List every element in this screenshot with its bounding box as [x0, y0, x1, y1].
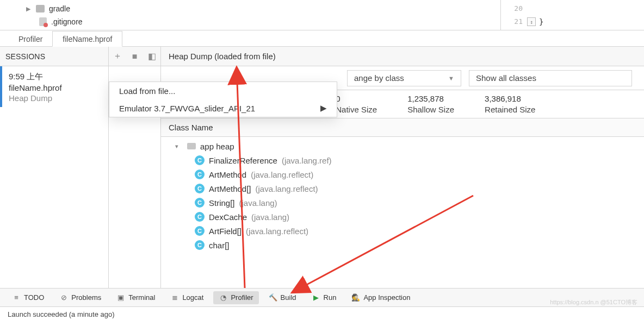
class-badge-icon: C [195, 212, 205, 222]
project-row: ▶ gradle .gitignore 20 21 ↕ } [0, 0, 644, 30]
tool-profiler[interactable]: ◔Profiler [213, 291, 258, 304]
fold-indicator-icon[interactable]: ↕ [527, 17, 536, 26]
stat-retained: 3,386,918 Retained Size [485, 93, 535, 115]
line-number: 20 [501, 2, 523, 15]
class-filter-select[interactable]: Show all classes [469, 70, 632, 86]
class-row[interactable]: CArtMethod(java.lang.reflect) [161, 167, 644, 181]
class-name: DexCache [209, 212, 247, 222]
toggle-panel-button[interactable]: ◧ [146, 51, 158, 62]
tool-label: Terminal [128, 293, 155, 302]
sessions-header: SESSIONS [0, 47, 108, 66]
stat-shallow: 1,235,878 Shallow Size [407, 93, 454, 115]
tool-label: Run [324, 293, 337, 302]
stat-label: Retained Size [485, 104, 535, 115]
tool-logcat[interactable]: ≣Logcat [165, 291, 209, 304]
heap-root-row[interactable]: ▾ app heap [161, 139, 644, 153]
stat-label: Native Size [336, 104, 377, 115]
class-pkg: (java.lang.ref) [282, 156, 332, 165]
session-file: fileName.hprof [9, 83, 102, 92]
tool-label: Problems [71, 293, 101, 302]
code-text: } [539, 17, 543, 26]
folder-icon [36, 5, 45, 12]
class-name: ArtMethod [209, 170, 246, 179]
tool-terminal[interactable]: ▣Terminal [111, 291, 160, 304]
bottom-toolbar: ≡TODO ⊘Problems ▣Terminal ≣Logcat ◔Profi… [0, 288, 644, 306]
class-row[interactable]: CFinalizerReference(java.lang.ref) [161, 153, 644, 167]
tab-filename-hprof[interactable]: fileName.hprof [52, 31, 122, 47]
class-row[interactable]: CDexCache(java.lang) [161, 210, 644, 224]
popup-load-from-file[interactable]: Load from file... [109, 82, 337, 99]
tab-profiler[interactable]: Profiler [9, 32, 52, 46]
tree-label: .gitignore [51, 17, 83, 26]
session-type: Heap Dump [9, 93, 102, 103]
class-pkg: (java.lang) [251, 212, 289, 222]
class-pkg: (java.lang.reflect) [251, 170, 313, 179]
tool-app-inspection[interactable]: 🕵App Inspection [346, 291, 416, 304]
tool-problems[interactable]: ⊘Problems [54, 291, 107, 304]
project-tree: ▶ gradle .gitignore [0, 0, 500, 30]
chevron-down-icon[interactable]: ▾ [175, 143, 183, 150]
heap-root-label: app heap [200, 142, 234, 151]
terminal-icon: ▣ [116, 293, 125, 302]
tool-tabs: Profiler fileName.hprof [0, 30, 644, 47]
tool-todo[interactable]: ≡TODO [7, 291, 49, 304]
class-badge-icon: C [195, 226, 205, 236]
tool-label: App Inspection [363, 293, 410, 302]
select-value: ange by class [354, 73, 404, 83]
profiler-icon: ◔ [219, 293, 227, 302]
class-badge-icon: C [195, 198, 205, 208]
tools-header: ＋ ■ ◧ [109, 47, 160, 66]
editor-gutter: 20 21 ↕ } [500, 0, 644, 30]
chevron-right-icon: ▶ [26, 5, 32, 12]
tree-file-gitignore[interactable]: .gitignore [0, 15, 500, 28]
tool-label: Logcat [182, 293, 203, 302]
status-bar: Launch succeeded (a minute ago) [0, 306, 644, 322]
class-name: char[] [209, 241, 230, 250]
build-icon: 🔨 [269, 293, 277, 302]
class-row[interactable]: CArtMethod[](java.lang.reflect) [161, 181, 644, 196]
stat-native: 0 Native Size [336, 93, 377, 115]
heap-icon [187, 143, 196, 149]
session-entry[interactable]: 9:59 上午 fileName.hprof Heap Dump [0, 66, 108, 107]
tool-build[interactable]: 🔨Build [263, 291, 302, 304]
class-list-header[interactable]: Class Name [161, 118, 644, 137]
stat-label: Shallow Size [407, 104, 454, 115]
stat-value: 3,386,918 [485, 93, 535, 104]
tree-label: gradle [49, 4, 70, 13]
tool-label: Profiler [231, 293, 253, 302]
class-name: FinalizerReference [209, 156, 277, 165]
submenu-arrow-icon: ▶ [320, 103, 327, 113]
class-list[interactable]: ▾ app heap CFinalizerReference(java.lang… [161, 137, 644, 288]
editor-code[interactable]: ↕ } [527, 0, 644, 30]
stat-value: 1,235,878 [407, 93, 454, 104]
sessions-panel: SESSIONS 9:59 上午 fileName.hprof Heap Dum… [0, 47, 109, 288]
class-row[interactable]: Cchar[] [161, 238, 644, 252]
class-name: ArtMethod[] [209, 184, 251, 193]
popup-emulator[interactable]: Emulator 3.7_FWVGA_slider_API_21 ▶ [109, 99, 337, 117]
class-row[interactable]: CString[](java.lang) [161, 196, 644, 210]
popup-label: Load from file... [119, 86, 175, 96]
tool-label: Build [281, 293, 296, 302]
class-badge-icon: C [195, 170, 205, 179]
popup-label: Emulator 3.7_FWVGA_slider_API_21 [119, 104, 255, 113]
tree-folder-gradle[interactable]: ▶ gradle [0, 2, 500, 15]
select-value: Show all classes [476, 73, 536, 83]
add-session-popup: Load from file... Emulator 3.7_FWVGA_sli… [109, 82, 337, 117]
stat-value: 0 [336, 93, 377, 104]
tool-label: TODO [24, 293, 44, 302]
tool-run[interactable]: ▶Run [306, 291, 342, 304]
class-pkg: (java.lang.reflect) [256, 184, 318, 193]
file-icon [39, 17, 47, 26]
stop-button[interactable]: ■ [128, 51, 140, 62]
heap-title: Heap Dump (loaded from file) [161, 47, 644, 66]
class-badge-icon: C [195, 155, 205, 165]
problems-icon: ⊘ [59, 293, 68, 302]
class-badge-icon: C [195, 184, 205, 193]
add-session-button[interactable]: ＋ [112, 51, 123, 62]
class-row[interactable]: CArtField[](java.lang.reflect) [161, 224, 644, 238]
class-pkg: (java.lang) [239, 198, 277, 208]
line-number: 21 [501, 15, 523, 28]
run-icon: ▶ [312, 293, 320, 302]
arrange-by-select[interactable]: ange by class ▼ [347, 70, 461, 86]
class-name: String[] [209, 198, 235, 208]
